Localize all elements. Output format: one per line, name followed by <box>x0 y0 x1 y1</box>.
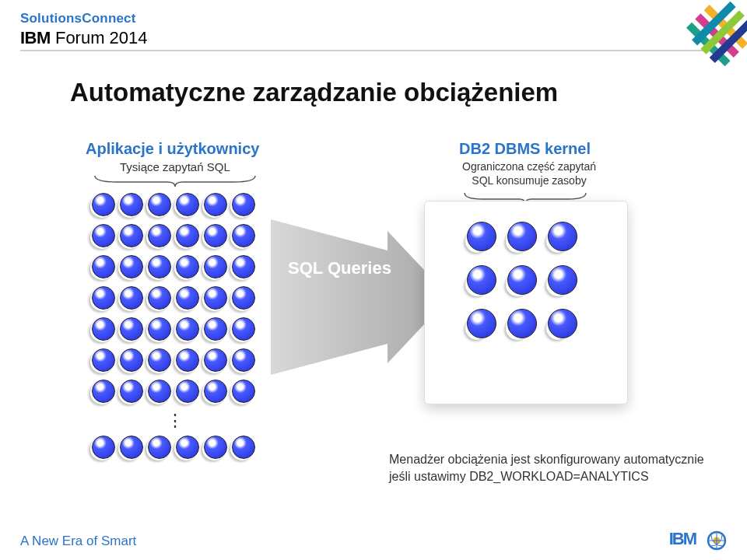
forum-ibm: IBM <box>20 28 51 47</box>
ellipsis-icon: ⋮ <box>167 411 260 431</box>
event-logo-icon <box>619 0 747 70</box>
flow-arrow-icon <box>271 219 450 375</box>
globe-icon <box>707 530 727 551</box>
slide-title: Automatyczne zarządzanie obciążeniem <box>70 78 558 107</box>
brace-left-icon <box>93 174 257 188</box>
query-cluster-left: ⋮ <box>92 193 260 467</box>
ibm-logo: IBM <box>669 529 696 549</box>
left-subheading: Tysiące zapytań SQL <box>120 160 230 173</box>
forum-year: Forum 2014 <box>51 28 148 47</box>
footer-note: Menadżer obciążenia jest skonfigurowany … <box>389 451 716 485</box>
arrow-label: SQL Queries <box>288 258 391 278</box>
right-heading: DB2 DBMS kernel <box>459 140 591 158</box>
query-cluster-right <box>467 222 588 352</box>
right-subheading: Ograniczona część zapytań SQL konsumuje … <box>455 160 603 187</box>
left-heading: Aplikacje i użytkownicy <box>86 140 259 158</box>
footer-tagline: A New Era of Smart <box>20 534 136 549</box>
svg-marker-6 <box>271 219 450 375</box>
